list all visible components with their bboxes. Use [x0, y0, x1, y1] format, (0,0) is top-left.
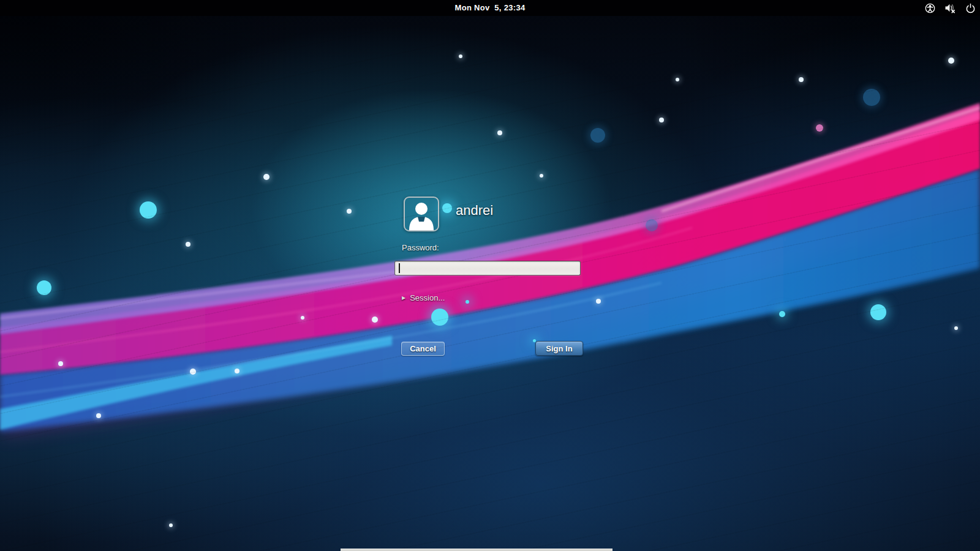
bokeh-dot	[58, 361, 63, 366]
user-avatar	[404, 197, 439, 231]
bokeh-dot	[863, 89, 880, 106]
password-label: Password:	[402, 243, 439, 252]
session-label: Session...	[410, 293, 445, 302]
sign-in-button-label: Sign In	[546, 344, 572, 353]
bokeh-dot	[948, 58, 954, 64]
bokeh-dot	[659, 118, 664, 122]
volume-muted-icon[interactable]	[944, 2, 956, 13]
text-caret	[399, 263, 400, 273]
bokeh-dot	[96, 413, 101, 418]
bokeh-dot	[186, 242, 190, 247]
bokeh-dot	[37, 280, 51, 295]
bottom-window-edge[interactable]	[341, 549, 612, 551]
bokeh-dot	[301, 316, 304, 320]
bokeh-dot	[590, 128, 605, 143]
bokeh-dot	[646, 219, 658, 231]
cancel-button[interactable]: Cancel	[401, 342, 445, 356]
session-expander[interactable]: ▶ Session...	[402, 293, 445, 302]
bokeh-dot	[799, 77, 804, 82]
bokeh-dot	[466, 300, 469, 304]
bokeh-dot	[347, 209, 352, 214]
bokeh-dot	[870, 304, 886, 320]
bokeh-dot	[190, 369, 196, 375]
bokeh-dot	[497, 130, 502, 135]
top-bar: Mon Nov 5, 23:34	[0, 0, 980, 16]
username-label: andrei	[456, 203, 493, 219]
bokeh-dot	[459, 54, 462, 58]
bokeh-dot	[169, 523, 173, 527]
bokeh-dot	[442, 203, 452, 213]
cancel-button-label: Cancel	[410, 344, 436, 353]
sign-in-button[interactable]: Sign In	[535, 341, 583, 356]
wallpaper	[0, 0, 980, 551]
expander-arrow-icon: ▶	[402, 294, 405, 302]
bokeh-dot	[954, 326, 958, 330]
bokeh-dot	[263, 174, 270, 180]
system-tray	[924, 0, 976, 16]
bokeh-dot	[540, 174, 543, 178]
bokeh-dot	[816, 124, 823, 132]
bokeh-dot	[779, 311, 785, 317]
bokeh-dot	[676, 78, 679, 81]
wave-graphic	[0, 0, 980, 551]
bokeh-dot	[140, 201, 157, 219]
person-icon	[405, 200, 438, 230]
bokeh-dot	[431, 309, 448, 326]
clock[interactable]: Mon Nov 5, 23:34	[0, 3, 980, 12]
accessibility-icon[interactable]	[924, 2, 935, 13]
bokeh-dot	[596, 299, 601, 304]
bokeh-dot	[235, 369, 239, 373]
power-icon[interactable]	[965, 2, 976, 13]
bokeh-dot	[372, 317, 378, 323]
password-input[interactable]	[394, 261, 581, 276]
